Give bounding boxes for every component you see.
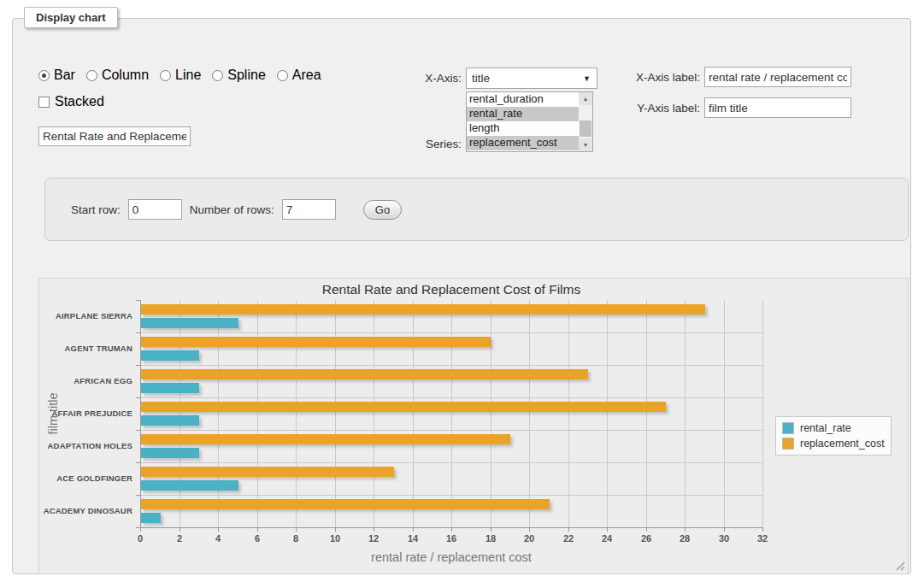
stacked-label: Stacked: [55, 94, 104, 109]
x-axis-tick-label: 4: [215, 533, 221, 544]
x-axis-select[interactable]: title ▼: [466, 68, 597, 89]
legend-label-replacement_cost: replacement_cost: [800, 438, 885, 450]
x-axis-tickmark: [491, 527, 491, 532]
grid-line-horizontal: [140, 462, 762, 463]
bar-replacement_cost: [141, 304, 705, 315]
radio-area-circle[interactable]: [277, 70, 288, 81]
radio-bar[interactable]: Bar: [38, 68, 75, 83]
x-axis-tickmark: [451, 527, 452, 532]
y-axis-tickmark: [136, 462, 140, 463]
grid-line-vertical: [374, 300, 374, 527]
legend-swatch-replacement_cost: [782, 438, 794, 450]
x-axis-tickmark: [646, 527, 647, 532]
x-axis-tick-label: 22: [563, 533, 574, 544]
radio-line-label: Line: [175, 68, 201, 83]
x-axis-tickmark: [685, 527, 686, 532]
scroll-down-icon[interactable]: ▼: [579, 138, 592, 151]
radio-spline-circle[interactable]: [212, 70, 223, 81]
grid-line-vertical: [451, 300, 452, 527]
radio-column[interactable]: Column: [86, 68, 149, 83]
radio-bar-circle[interactable]: [38, 70, 50, 81]
x-axis-tick-label: 20: [524, 533, 534, 544]
row-range-panel: Start row: Number of rows: Go: [44, 178, 909, 241]
grid-line-vertical: [568, 300, 569, 527]
series-option-length[interactable]: length: [467, 121, 592, 136]
go-button[interactable]: Go: [363, 200, 402, 220]
series-option-rental-duration[interactable]: rental_duration: [467, 92, 592, 107]
x-axis-tick-label: 14: [408, 533, 418, 544]
bar-rental_rate: [141, 415, 199, 426]
radio-column-label: Column: [102, 68, 149, 83]
y-axis-tickmark: [136, 430, 140, 431]
x-axis-tick-label: 32: [757, 533, 768, 544]
chart-title-input[interactable]: [38, 126, 191, 146]
grid-line-vertical: [762, 300, 763, 527]
x-axis-select-value: title: [472, 72, 490, 85]
x-axis-label-input[interactable]: [704, 67, 851, 87]
x-axis-tick-label: 12: [368, 533, 379, 544]
grid-line-vertical: [529, 300, 530, 527]
y-axis-tickmark: [136, 495, 140, 496]
x-axis-tickmark: [762, 527, 763, 532]
series-list-scrollbar[interactable]: ▲ ▼: [579, 92, 592, 151]
display-chart-fieldset: Bar Column Line Spline Area Stacked: [12, 18, 911, 574]
x-axis-text-label: X-Axis label:: [603, 71, 700, 84]
category-label: AFRICAN EGG: [39, 365, 132, 397]
bar-replacement_cost: [141, 434, 510, 444]
legend-swatch-rental_rate: [782, 422, 794, 434]
x-axis-tick-label: 30: [719, 533, 729, 544]
start-row-label: Start row:: [71, 203, 121, 216]
grid-line-vertical: [218, 300, 219, 527]
bar-replacement_cost: [141, 369, 588, 379]
x-axis-tick-label: 18: [486, 533, 496, 544]
bar-replacement_cost: [141, 499, 550, 509]
radio-bar-label: Bar: [54, 68, 75, 83]
scrollbar-thumb[interactable]: [580, 121, 591, 137]
x-axis-tick-label: 0: [138, 533, 143, 544]
plot-area: [140, 300, 762, 527]
y-axis-tickmark: [136, 332, 140, 333]
radio-column-circle[interactable]: [86, 70, 97, 81]
y-axis-tickmark: [136, 365, 140, 366]
radio-spline-label: Spline: [227, 68, 265, 83]
page: Display chart Bar Column Line Spline Are…: [0, 0, 924, 582]
scroll-up-icon[interactable]: ▲: [579, 92, 592, 105]
grid-line-vertical: [685, 300, 686, 527]
chevron-down-icon: ▼: [583, 69, 591, 89]
series-multiselect[interactable]: rental_duration rental_rate length repla…: [466, 91, 593, 152]
stacked-checkbox[interactable]: [38, 97, 50, 108]
resize-handle-icon[interactable]: [895, 561, 905, 571]
bar-rental_rate: [141, 318, 238, 328]
category-label: ACE GOLDFINGER: [39, 462, 132, 495]
series-option-replacement-cost[interactable]: replacement_cost: [467, 136, 592, 150]
x-axis-tickmark: [529, 527, 530, 532]
grid-line-vertical: [413, 300, 414, 527]
num-rows-label: Number of rows:: [190, 203, 274, 216]
radio-area[interactable]: Area: [277, 68, 321, 83]
radio-line-circle[interactable]: [160, 70, 171, 81]
series-option-rental-rate[interactable]: rental_rate: [467, 107, 592, 121]
x-axis-tick-label: 28: [680, 533, 690, 544]
x-axis-tick-label: 8: [293, 533, 298, 544]
bar-rental_rate: [141, 350, 199, 361]
stacked-checkbox-row: Stacked: [38, 94, 104, 109]
x-axis-label: X-Axis:: [389, 72, 462, 85]
y-axis-text-label: Y-Axis label:: [603, 102, 700, 115]
x-axis-tickmark: [607, 527, 608, 532]
y-axis-tickmark: [136, 300, 140, 301]
num-rows-input[interactable]: [282, 199, 336, 220]
radio-area-label: Area: [292, 68, 321, 83]
series-label: Series:: [389, 138, 462, 150]
y-axis-label-input[interactable]: [704, 97, 851, 118]
bar-rental_rate: [141, 448, 199, 458]
x-axis-tickmark: [257, 527, 258, 532]
grid-line-horizontal: [140, 397, 762, 398]
radio-spline[interactable]: Spline: [212, 68, 265, 83]
start-row-input[interactable]: [128, 199, 182, 220]
legend-label-rental_rate: rental_rate: [800, 422, 851, 434]
x-axis-tick-label: 24: [602, 533, 612, 544]
grid-line-vertical: [491, 300, 491, 527]
x-axis-title: rental rate / replacement cost: [140, 550, 762, 564]
category-label: AFFAIR PREJUDICE: [39, 397, 132, 430]
radio-line[interactable]: Line: [160, 68, 201, 83]
